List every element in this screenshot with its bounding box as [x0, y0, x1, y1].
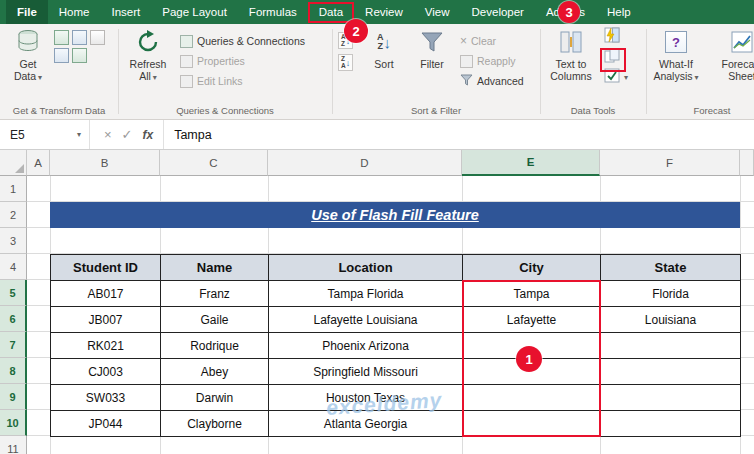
divider	[163, 120, 164, 149]
select-all-corner[interactable]	[0, 150, 27, 176]
edit-links-button[interactable]: Edit Links	[180, 72, 243, 90]
from-web-icon[interactable]	[72, 30, 87, 45]
column-header-partial[interactable]	[740, 150, 754, 176]
cell-b6[interactable]: JB007	[51, 307, 161, 333]
cell-c10[interactable]: Clayborne	[161, 411, 269, 437]
column-header-f[interactable]: F	[600, 150, 740, 176]
text-to-columns-label-2: Columns	[550, 70, 591, 82]
header-location[interactable]: Location	[269, 255, 463, 281]
tab-view[interactable]: View	[414, 0, 461, 24]
what-if-analysis-button[interactable]: ? What-If Analysis▾	[648, 26, 704, 102]
column-header-b[interactable]: B	[50, 150, 160, 176]
cell-c5[interactable]: Franz	[161, 281, 269, 307]
cell-b9[interactable]: SW033	[51, 385, 161, 411]
tab-data[interactable]: Data	[308, 2, 354, 23]
name-box-value: E5	[10, 128, 25, 142]
chevron-down-icon: ▾	[38, 73, 42, 82]
group-label-get-transform: Get & Transform Data	[0, 105, 118, 116]
flash-fill-icon	[604, 27, 620, 47]
get-data-label-text: Data	[14, 70, 36, 82]
forecast-sheet-label-2: Sheet	[728, 70, 754, 82]
refresh-all-button[interactable]: Refresh All▾	[124, 26, 172, 102]
reapply-label: Reapply	[477, 55, 516, 67]
edit-links-icon	[180, 75, 193, 88]
column-header-a[interactable]: A	[27, 150, 50, 176]
column-header-e[interactable]: E	[462, 150, 600, 176]
row-header-3[interactable]: 3	[0, 228, 27, 254]
ribbon: Get Data▾ Get & Transform Data Refresh A…	[0, 24, 754, 120]
filter-button[interactable]: Filter	[410, 26, 454, 102]
recent-sources-icon[interactable]	[54, 48, 69, 63]
cell-d6[interactable]: Lafayette Louisiana	[269, 307, 463, 333]
row-header-11[interactable]: 11	[0, 436, 27, 454]
clear-button[interactable]: × Clear	[460, 32, 496, 50]
cell-d8[interactable]: Springfield Missouri	[269, 359, 463, 385]
header-state[interactable]: State	[601, 255, 741, 281]
forecast-sheet-button[interactable]: Forecast Sheet	[712, 26, 754, 102]
cell-c6[interactable]: Gaile	[161, 307, 269, 333]
get-data-button[interactable]: Get Data▾	[6, 26, 50, 102]
cell-b7[interactable]: RK021	[51, 333, 161, 359]
cell-f6[interactable]: Louisiana	[601, 307, 741, 333]
column-header-d[interactable]: D	[268, 150, 462, 176]
cell-d5[interactable]: Tampa Florida	[269, 281, 463, 307]
header-name[interactable]: Name	[161, 255, 269, 281]
cell-f9[interactable]	[601, 385, 741, 411]
cell-c7[interactable]: Rodrique	[161, 333, 269, 359]
insert-function-button[interactable]: fx	[143, 128, 154, 142]
text-to-columns-button[interactable]: Text to Columns	[544, 26, 598, 102]
row-header-5[interactable]: 5	[0, 280, 27, 306]
header-student-id[interactable]: Student ID	[51, 255, 161, 281]
row-header-4[interactable]: 4	[0, 254, 27, 280]
row-header-8[interactable]: 8	[0, 358, 27, 384]
flash-fill-button[interactable]	[604, 28, 620, 46]
from-table-range-icon[interactable]	[90, 30, 105, 45]
cell-b8[interactable]: CJ003	[51, 359, 161, 385]
tab-home[interactable]: Home	[48, 0, 101, 24]
cell-b5[interactable]: AB017	[51, 281, 161, 307]
row-header-7[interactable]: 7	[0, 332, 27, 358]
cell-f10[interactable]	[601, 411, 741, 437]
cell-b10[interactable]: JP044	[51, 411, 161, 437]
clear-label: Clear	[471, 35, 496, 47]
queries-connections-button[interactable]: Queries & Connections	[180, 32, 305, 50]
header-city[interactable]: City	[463, 255, 601, 281]
row-header-2[interactable]: 2	[0, 202, 27, 228]
group-label-sort-filter: Sort & Filter	[332, 105, 540, 116]
row-header-6[interactable]: 6	[0, 306, 27, 332]
cell-f5[interactable]: Florida	[601, 281, 741, 307]
row-header-10[interactable]: 10	[0, 410, 27, 436]
tab-insert[interactable]: Insert	[101, 0, 152, 24]
name-box[interactable]: E5 ▾	[0, 120, 90, 149]
tab-formulas[interactable]: Formulas	[238, 0, 308, 24]
advanced-label: Advanced	[477, 75, 524, 87]
tab-developer[interactable]: Developer	[461, 0, 535, 24]
sheet-title-banner[interactable]: Use of Flash Fill Feature	[50, 202, 740, 228]
tab-page-layout[interactable]: Page Layout	[151, 0, 238, 24]
tab-help[interactable]: Help	[596, 0, 642, 24]
enter-button[interactable]: ✓	[122, 127, 133, 142]
cell-f7[interactable]	[601, 333, 741, 359]
text-to-columns-icon	[559, 26, 583, 58]
data-source-buttons	[54, 30, 114, 63]
from-text-csv-icon[interactable]	[54, 30, 69, 45]
row-header-1[interactable]: 1	[0, 176, 27, 202]
sort-za-button[interactable]: ZA ↓	[338, 54, 353, 71]
cell-c8[interactable]: Abey	[161, 359, 269, 385]
cell-c9[interactable]: Darwin	[161, 385, 269, 411]
formula-bar-input[interactable]: Tampa	[174, 128, 212, 142]
table-row-6: JB007 Gaile Lafayette Louisiana Lafayett…	[51, 307, 741, 333]
cell-f8[interactable]	[601, 359, 741, 385]
column-headers: A B C D E F	[0, 150, 754, 176]
column-header-c[interactable]: C	[160, 150, 268, 176]
advanced-button[interactable]: Advanced	[460, 72, 524, 90]
sort-button[interactable]: AZ ↓ Sort	[364, 26, 404, 102]
existing-connections-icon[interactable]	[72, 48, 87, 63]
properties-button[interactable]: Properties	[180, 52, 245, 70]
tab-file[interactable]: File	[6, 0, 48, 24]
cancel-button[interactable]: ×	[104, 127, 112, 142]
reapply-button[interactable]: Reapply	[460, 52, 516, 70]
row-header-9[interactable]: 9	[0, 384, 27, 410]
table-header-row: Student ID Name Location City State	[51, 255, 741, 281]
cell-d7[interactable]: Phoenix Arizona	[269, 333, 463, 359]
